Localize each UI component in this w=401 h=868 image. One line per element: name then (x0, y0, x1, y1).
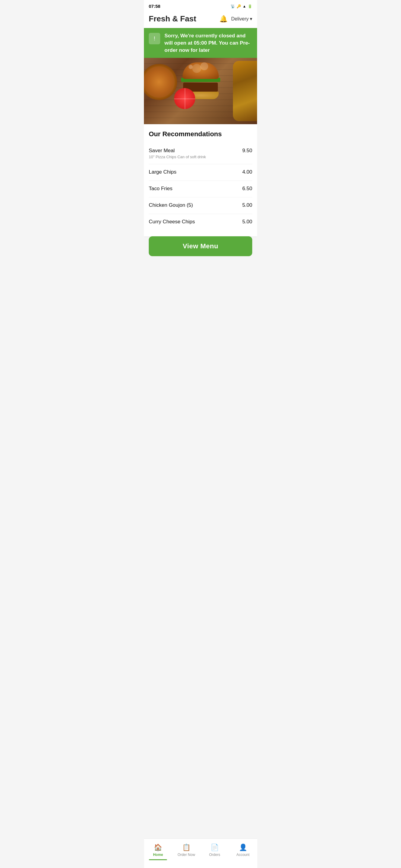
active-indicator (149, 859, 167, 860)
item-name: Taco Fries (149, 186, 239, 192)
battery-icon: 🔋 (248, 4, 252, 8)
chicken-image (233, 61, 257, 121)
item-name: Saver Meal (149, 148, 239, 154)
account-label: Account (236, 852, 249, 857)
menu-list-item[interactable]: Chicken Goujon (5)5.00 (149, 197, 252, 214)
view-menu-button[interactable]: View Menu (149, 236, 252, 256)
item-price: 5.00 (242, 202, 252, 208)
recommendations-card: Our Recommendations Saver Meal10" Pizza … (144, 124, 257, 236)
item-info: Taco Fries (149, 186, 239, 192)
menu-list-item[interactable]: Taco Fries6.50 (149, 181, 252, 197)
menu-list-item[interactable]: Curry Cheese Chips5.00 (149, 214, 252, 230)
item-name: Large Chips (149, 169, 239, 175)
order-now-label: Order Now (178, 852, 195, 857)
item-name: Curry Cheese Chips (149, 219, 239, 225)
menu-list-item[interactable]: Large Chips4.00 (149, 164, 252, 181)
home-label: Home (153, 852, 163, 857)
pizza-image (144, 64, 177, 100)
menu-items-list: Saver Meal10" Pizza Chips Can of soft dr… (149, 143, 252, 230)
bun-top (182, 62, 219, 79)
recommendations-title: Our Recommendations (149, 130, 252, 138)
app-header: Fresh & Fast 🔔 Delivery ▾ (144, 11, 257, 28)
item-description: 10" Pizza Chips Can of soft drink (149, 155, 239, 159)
status-bar: 07:58 📡 🔑 ▲ 🔋 (144, 0, 257, 11)
cast-icon: 📡 (231, 4, 235, 8)
account-icon: 👤 (239, 844, 247, 851)
item-info: Curry Cheese Chips (149, 219, 239, 225)
page-content: ! Sorry, We're currently closed and will… (144, 28, 257, 285)
nav-item-order-now[interactable]: 📋 Order Now (172, 842, 201, 862)
item-info: Large Chips (149, 169, 239, 176)
shield-warning-icon: ! (149, 33, 160, 44)
chevron-down-icon: ▾ (250, 16, 252, 22)
menu-list-item[interactable]: Saver Meal10" Pizza Chips Can of soft dr… (149, 143, 252, 164)
nav-item-account[interactable]: 👤 Account (229, 842, 257, 862)
status-icons: 📡 🔑 ▲ 🔋 (231, 4, 252, 8)
item-name: Chicken Goujon (5) (149, 202, 239, 208)
orders-icon: 📄 (210, 844, 219, 851)
item-price: 9.50 (242, 148, 252, 154)
header-right: 🔔 Delivery ▾ (219, 15, 252, 23)
status-time: 07:58 (149, 4, 160, 9)
item-price: 4.00 (242, 169, 252, 175)
item-info: Chicken Goujon (5) (149, 202, 239, 209)
bottom-navigation: 🏠 Home 📋 Order Now 📄 Orders 👤 Account (144, 838, 257, 868)
nav-item-home[interactable]: 🏠 Home (144, 842, 172, 862)
delivery-selector-button[interactable]: Delivery ▾ (231, 16, 252, 22)
closed-notification-text: Sorry, We're currently closed and will o… (165, 32, 252, 54)
app-title: Fresh & Fast (149, 14, 196, 24)
delivery-label: Delivery (231, 16, 249, 22)
home-icon: 🏠 (154, 844, 162, 851)
tomato-image (174, 88, 195, 109)
item-price: 6.50 (242, 186, 252, 192)
key-icon: 🔑 (236, 4, 241, 8)
item-info: Saver Meal10" Pizza Chips Can of soft dr… (149, 148, 239, 159)
hero-food-image (144, 58, 257, 124)
notification-bell-icon[interactable]: 🔔 (219, 15, 228, 23)
order-now-icon: 📋 (182, 844, 191, 851)
wifi-icon: ▲ (242, 4, 246, 8)
orders-label: Orders (209, 852, 220, 857)
closed-notification-banner: ! Sorry, We're currently closed and will… (144, 28, 257, 58)
item-price: 5.00 (242, 219, 252, 225)
nav-item-orders[interactable]: 📄 Orders (201, 842, 229, 862)
